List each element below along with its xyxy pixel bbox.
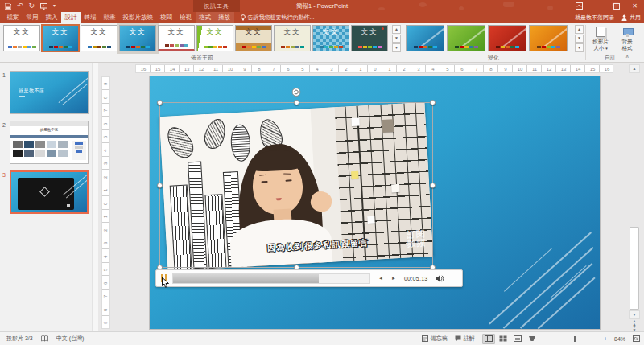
proofing-icon[interactable] [41, 335, 48, 343]
variants-gallery-more[interactable]: ▼ [575, 43, 584, 52]
customize-qat-dropdown[interactable]: ▾ [53, 0, 56, 12]
variant-color-swatches [530, 46, 567, 48]
variant-orange[interactable] [529, 25, 568, 51]
resize-handle-middle-right[interactable] [430, 183, 436, 188]
variant-green[interactable] [447, 25, 485, 51]
resize-handle-top-right[interactable] [430, 100, 436, 105]
tab-常用[interactable]: 常用 [23, 12, 42, 23]
close-button[interactable]: ✕ [625, 0, 644, 12]
variants-scroll-down[interactable]: ▼ [575, 35, 584, 43]
theme-slice-blue[interactable]: 文文 [42, 25, 79, 51]
slide-1-title-text: 就是教不落 [19, 88, 45, 95]
themes-scroll-down[interactable]: ▼ [392, 35, 401, 43]
tab-投影片放映[interactable]: 投影片放映 [119, 12, 157, 23]
language-indicator[interactable]: 中文 (台灣) [56, 335, 85, 343]
slide-3-number: 3 [2, 172, 6, 178]
maximize-button[interactable] [607, 0, 625, 12]
mouse-cursor [161, 277, 170, 292]
slide-sorter-view-button[interactable] [497, 334, 510, 344]
comments-button[interactable]: 註解 [455, 335, 475, 343]
scrollbar-thumb[interactable] [630, 227, 639, 310]
resize-handle-top-center[interactable] [294, 100, 299, 105]
account-name[interactable]: 就是教不落阿湯 [575, 14, 614, 22]
video-placeholder [18, 178, 74, 210]
theme-sample-text: 文文 [275, 28, 310, 35]
tab-設計[interactable]: 設計 [61, 12, 80, 23]
zoom-level[interactable]: 84% [614, 336, 625, 342]
move-back-button[interactable]: ◄ [378, 276, 383, 281]
theme-red-line[interactable]: 文文 [158, 25, 195, 51]
tab-動畫[interactable]: 動畫 [100, 12, 119, 23]
zoom-in-button[interactable]: + [604, 336, 607, 342]
theme-color-swatches [159, 44, 194, 47]
vertical-ruler: 9876543210123456789 [101, 76, 110, 329]
variants-group-label: 變化 [406, 54, 581, 62]
variant-blue[interactable] [406, 25, 444, 51]
redo-icon[interactable]: ↻ [29, 0, 35, 12]
minimize-button[interactable]: ─ [588, 0, 607, 12]
theme-chalkboard[interactable]: 文文 [351, 25, 388, 51]
theme-slice-blue-2[interactable]: 文文 [119, 25, 156, 51]
rotate-handle[interactable] [292, 85, 301, 100]
panel-scrollbar[interactable] [92, 63, 98, 331]
slide-2-thumbnail[interactable]: 就是教不落 [10, 121, 89, 164]
document-title: 簡報1 - PowerPoint [296, 0, 348, 12]
theme-cream[interactable]: 文文 [274, 25, 311, 51]
themes-gallery-more[interactable]: ▼ [392, 43, 401, 52]
slide-canvas[interactable]: 因為收到很多私訊跟留言 訂閱 頻頻 ◄ ► 00:05.13 [150, 76, 600, 329]
dropdown-caret: ▾ [605, 46, 608, 51]
slide-2-number: 2 [2, 122, 6, 128]
theme-checker-blue[interactable]: 文文 [312, 25, 349, 51]
tab-插入[interactable]: 插入 [42, 12, 61, 23]
tab-檔案[interactable]: 檔案 [3, 12, 23, 23]
slideshow-view-button[interactable] [526, 334, 539, 344]
slide-1-thumbnail[interactable]: 就是教不落 [10, 71, 89, 114]
video-frame[interactable]: 因為收到很多私訊跟留言 訂閱 頻頻 [159, 102, 433, 271]
variants-scroll-up[interactable]: ▲ [575, 25, 584, 34]
save-icon[interactable] [5, 3, 11, 10]
tab-播放[interactable]: 播放 [215, 12, 234, 23]
webpage-logo-text: 就是教不落 [10, 128, 88, 132]
tab-檢視[interactable]: 檢視 [176, 12, 196, 23]
browser-bar [10, 121, 88, 126]
scroll-up-button[interactable]: ▲ [629, 64, 640, 73]
tab-校閱[interactable]: 校閱 [157, 12, 176, 23]
fit-to-window-icon[interactable] [633, 335, 640, 343]
next-slide-button[interactable]: ▼▼ [629, 326, 640, 331]
themes-scroll-up[interactable]: ▲ [392, 25, 401, 34]
move-forward-button[interactable]: ► [391, 276, 396, 281]
zoom-out-button[interactable]: − [546, 336, 549, 342]
volume-icon[interactable] [436, 275, 444, 282]
normal-view-button[interactable] [482, 334, 495, 344]
slide-indicator[interactable]: 投影片 3/3 [6, 335, 33, 343]
notes-button[interactable]: 備忘稿 [422, 335, 448, 343]
tell-me-box[interactable]: 告訴我您想要執行的動作... [241, 12, 315, 23]
media-progress-track[interactable] [172, 273, 370, 284]
theme-color-swatches [313, 46, 349, 48]
ribbon-display-options-icon[interactable] [570, 0, 588, 12]
variant-color-swatches [448, 46, 485, 48]
start-slideshow-icon[interactable] [40, 3, 47, 10]
collapse-ribbon-icon[interactable]: ∧ [625, 53, 629, 59]
tab-轉場[interactable]: 轉場 [80, 12, 100, 23]
undo-icon[interactable]: ↶ [17, 0, 23, 12]
share-button[interactable]: 共用 [621, 14, 641, 22]
theme-office[interactable]: 文文 [3, 25, 40, 51]
zoom-slider-thumb[interactable] [574, 336, 576, 342]
theme-facet-green[interactable]: 文文 [196, 25, 233, 51]
media-time: 00:05.13 [404, 276, 428, 281]
resize-handle-top-left[interactable] [157, 100, 163, 105]
theme-sample-text: 文文 [43, 28, 78, 35]
theme-light-2[interactable]: 文文 [80, 25, 118, 51]
reading-view-button[interactable] [511, 334, 524, 344]
zoom-slider[interactable] [556, 335, 597, 343]
variant-red[interactable] [488, 25, 526, 51]
tell-me-text: 告訴我您想要執行的動作... [248, 14, 315, 22]
lightbulb-icon [241, 14, 246, 22]
theme-color-swatches [197, 46, 233, 48]
slide-3-thumbnail[interactable] [10, 170, 89, 214]
resize-handle-middle-left[interactable] [157, 183, 163, 188]
tab-格式[interactable]: 格式 [196, 12, 215, 23]
theme-wood[interactable]: 文文 [235, 25, 272, 51]
window-controls: ─ ✕ [570, 0, 644, 12]
